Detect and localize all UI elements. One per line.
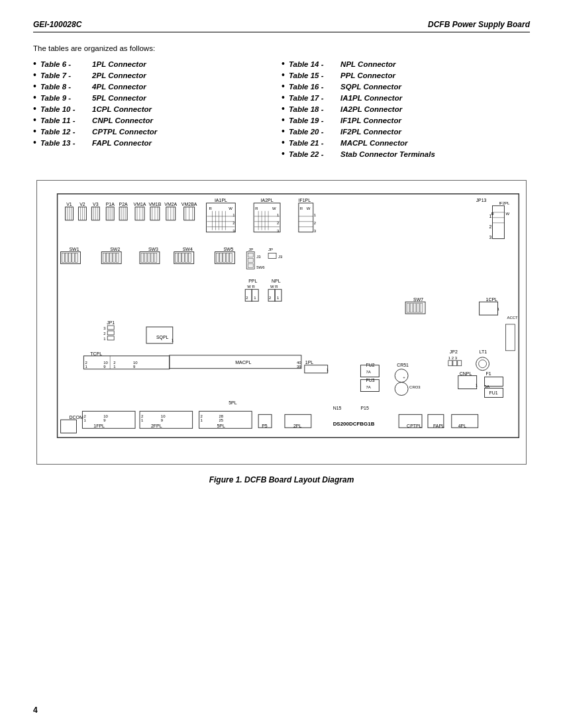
svg-rect-135	[248, 258, 253, 262]
table-list-container: •Table 6 - 1PL Connector•Table 7 - 2PL C…	[33, 59, 530, 160]
svg-text:1PL: 1PL	[305, 360, 314, 365]
svg-text:CR51: CR51	[397, 363, 409, 367]
svg-text:JP: JP	[248, 248, 253, 252]
svg-rect-108	[109, 253, 112, 262]
svg-text:DCOM: DCOM	[69, 415, 83, 420]
list-item: •Table 8 - 4PL Connector	[33, 81, 282, 91]
table-desc: Stab Connector Terminals	[338, 150, 435, 158]
list-item: •Table 6 - 1PL Connector	[33, 59, 282, 68]
svg-text:1: 1	[489, 214, 492, 218]
svg-text:JP2: JP2	[450, 349, 458, 354]
table-num: Table 22 -	[289, 150, 338, 158]
svg-rect-122	[182, 253, 185, 262]
svg-rect-129	[223, 253, 225, 262]
svg-rect-114	[144, 253, 147, 262]
svg-rect-107	[106, 253, 109, 262]
svg-text:R: R	[300, 206, 303, 210]
svg-rect-116	[151, 253, 154, 262]
svg-rect-156	[407, 303, 409, 312]
svg-rect-117	[154, 253, 157, 262]
svg-text:SW7: SW7	[413, 297, 423, 302]
svg-text:7A: 7A	[366, 370, 370, 374]
svg-text:VM2A: VM2A	[164, 202, 177, 206]
svg-text:W: W	[229, 206, 232, 210]
table-desc: 1CPL Connector	[90, 105, 152, 113]
bullet: •	[33, 93, 36, 102]
table-desc: 4PL Connector	[90, 83, 146, 91]
svg-text:J3: J3	[256, 255, 261, 259]
bullet: •	[282, 70, 285, 79]
table-num: Table 6 -	[40, 60, 90, 68]
bullet: •	[282, 93, 285, 102]
svg-rect-123	[185, 253, 188, 262]
svg-text:7A: 7A	[366, 385, 370, 389]
list-item: •Table 16 - SQPL Connector	[282, 81, 530, 91]
svg-rect-110	[116, 253, 119, 262]
svg-rect-101	[69, 253, 72, 262]
bullet: •	[282, 138, 285, 147]
svg-text:NPL: NPL	[272, 279, 281, 283]
svg-text:2: 2	[489, 224, 492, 229]
list-item: •Table 11 - CNPL Connector	[33, 115, 282, 124]
svg-rect-136	[248, 263, 253, 267]
table-num: Table 14 -	[289, 60, 338, 68]
list-item: •Table 18 - IA2PL Connector	[282, 104, 530, 113]
svg-text:FU2: FU2	[366, 363, 374, 367]
svg-text:SW4: SW4	[183, 248, 193, 252]
svg-text:SW1: SW1	[69, 248, 79, 252]
svg-text:P2A: P2A	[119, 202, 128, 206]
table-num: Table 10 -	[40, 105, 90, 113]
svg-text:V1: V1	[66, 202, 72, 206]
svg-text:N15: N15	[333, 406, 342, 410]
svg-text:JP: JP	[268, 248, 273, 252]
table-num: Table 19 -	[289, 116, 338, 124]
bullet: •	[33, 138, 36, 147]
svg-text:+: +	[403, 375, 405, 379]
bullet: •	[33, 126, 36, 136]
bullet: •	[33, 81, 36, 91]
list-item: •Table 9 - 5PL Connector	[33, 93, 282, 102]
svg-rect-128	[219, 253, 222, 262]
svg-text:SW5: SW5	[223, 248, 233, 252]
table-desc: IF2PL Connector	[338, 128, 401, 136]
board-layout-svg: V1 V2 V3 P1A P2A	[37, 181, 526, 464]
svg-text:5PL: 5PL	[217, 424, 225, 428]
svg-text:TCPL: TCPL	[90, 351, 102, 356]
header-left: GEI-100028C	[33, 20, 81, 29]
bullet: •	[282, 81, 285, 91]
svg-text:V3: V3	[93, 202, 99, 206]
svg-text:IF1PL: IF1PL	[299, 198, 311, 203]
table-num: Table 8 -	[40, 83, 90, 91]
table-num: Table 18 -	[289, 105, 338, 113]
svg-text:PPL: PPL	[248, 279, 257, 283]
right-table-list: •Table 14 - NPL Connector•Table 15 - PPL…	[282, 59, 530, 158]
svg-text:IF2PL: IF2PL	[499, 201, 510, 205]
list-item: •Table 19 - IF1PL Connector	[282, 115, 530, 124]
list-item: •Table 10 - 1CPL Connector	[33, 104, 282, 113]
list-item: •Table 21 - MACPL Connector	[282, 138, 530, 147]
svg-rect-124	[189, 253, 191, 262]
svg-text:JP1: JP1	[107, 320, 115, 325]
svg-rect-127	[216, 253, 219, 262]
svg-text:1FPL: 1FPL	[93, 424, 105, 428]
table-desc: FAPL Connector	[90, 139, 152, 147]
left-table-list: •Table 6 - 1PL Connector•Table 7 - 2PL C…	[33, 59, 282, 147]
table-num: Table 15 -	[289, 71, 338, 79]
svg-text:R: R	[209, 206, 213, 210]
svg-text:J3: J3	[278, 255, 283, 259]
bullet: •	[33, 59, 36, 68]
svg-text:1  2  3: 1 2 3	[448, 356, 458, 360]
header: GEI-100028C DCFB Power Supply Board	[33, 20, 530, 32]
table-desc: PPL Connector	[338, 71, 395, 79]
table-desc: 2PL Connector	[90, 71, 146, 79]
svg-text:LT1: LT1	[480, 349, 487, 354]
svg-text:SW3: SW3	[148, 248, 158, 252]
svg-rect-121	[179, 253, 181, 262]
intro-text: The tables are organized as follows:	[33, 44, 530, 52]
svg-text:3: 3	[489, 235, 492, 240]
bullet: •	[282, 104, 285, 113]
bullet: •	[282, 59, 285, 68]
svg-text:VM2BA: VM2BA	[181, 202, 197, 206]
bullet: •	[33, 70, 36, 79]
svg-text:CNPL: CNPL	[460, 371, 472, 376]
